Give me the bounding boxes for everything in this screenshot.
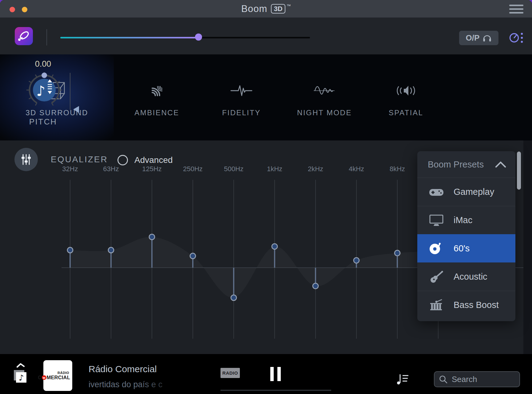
ambience-icon bbox=[114, 78, 200, 103]
presets-scrollbar-thumb[interactable] bbox=[517, 152, 521, 190]
presets-header[interactable]: Boom Presets bbox=[417, 151, 515, 178]
trademark-symbol: ™ bbox=[287, 3, 291, 8]
tab-label: NIGHT MODE bbox=[283, 108, 366, 117]
pitch-value: 0.00 bbox=[0, 59, 86, 69]
eq-band-handle-500Hz[interactable] bbox=[231, 295, 236, 301]
tab-label: AMBIENCE bbox=[114, 108, 200, 117]
effects-tab-bar: 3D SURROUND AMBIENCEFIDELITY NIGHT MODE … bbox=[0, 54, 532, 140]
album-art-line2: CMERCIAL bbox=[38, 375, 70, 380]
preset-label: Acoustic bbox=[454, 272, 487, 282]
advanced-radio[interactable] bbox=[117, 155, 128, 165]
now-playing-title: Rádio Comercial bbox=[89, 364, 157, 374]
subtitle-fade-overlay bbox=[138, 378, 203, 392]
drum-icon bbox=[428, 299, 444, 311]
player-bar: ♪ RÁDIO CMERCIAL Rádio Comercial ivertid… bbox=[0, 354, 532, 394]
app-title-text: Boom bbox=[241, 3, 267, 14]
tab-label: FIDELITY bbox=[200, 108, 283, 117]
eq-band-handle-32Hz[interactable] bbox=[67, 247, 73, 253]
preset-item-60-s[interactable]: 60's bbox=[417, 234, 515, 262]
equalizer-title: EQUALIZER bbox=[51, 155, 108, 164]
eq-band-label-63Hz: 63Hz bbox=[94, 165, 128, 173]
volume-row: O/P bbox=[0, 18, 532, 54]
boom-logo-icon bbox=[15, 27, 33, 45]
search-icon bbox=[439, 375, 447, 384]
pitch-label: PITCH bbox=[0, 117, 86, 127]
chevron-up-icon[interactable] bbox=[495, 161, 506, 168]
preset-label: Gameplay bbox=[454, 187, 494, 197]
eq-band-handle-250Hz[interactable] bbox=[190, 253, 196, 259]
window-edge-strip bbox=[523, 140, 532, 354]
tab-ambience[interactable]: AMBIENCE bbox=[114, 54, 200, 140]
preset-label: iMac bbox=[454, 215, 472, 225]
output-device-button[interactable]: O/P bbox=[459, 31, 498, 45]
boom3d-window: Boom 3D ™ O/P bbox=[0, 0, 532, 394]
fidelity-icon bbox=[200, 78, 283, 103]
album-art: RÁDIO CMERCIAL bbox=[43, 360, 72, 391]
volume-slider-fill bbox=[60, 37, 198, 38]
radio-badge: RADIO bbox=[220, 368, 240, 378]
album-art-line1: RÁDIO bbox=[58, 371, 69, 375]
spatial-icon bbox=[366, 78, 446, 103]
title-bar: Boom 3D ™ bbox=[0, 0, 532, 18]
eq-band-label-32Hz: 32Hz bbox=[53, 165, 87, 173]
preset-label: Bass Boost bbox=[454, 300, 499, 310]
eq-band-handle-125Hz[interactable] bbox=[149, 234, 155, 240]
preset-item-acoustic[interactable]: Acoustic bbox=[417, 262, 515, 291]
svg-text:♪: ♪ bbox=[36, 83, 45, 99]
search-input[interactable] bbox=[451, 374, 532, 384]
eq-band-label-500Hz: 500Hz bbox=[217, 165, 251, 173]
panel-collapse-arrow-icon[interactable] bbox=[73, 106, 79, 113]
output-device-label: O/P bbox=[466, 33, 480, 43]
queue-icon[interactable] bbox=[396, 372, 410, 387]
eq-band-handle-1kHz[interactable] bbox=[272, 244, 277, 249]
eq-band-label-2kHz: 2kHz bbox=[299, 165, 332, 173]
close-button[interactable] bbox=[10, 7, 15, 12]
divider bbox=[46, 29, 47, 45]
svg-text:♪: ♪ bbox=[19, 373, 24, 382]
guitar-icon bbox=[428, 270, 444, 284]
preset-item-imac[interactable]: iMac bbox=[417, 206, 515, 234]
imac-icon bbox=[428, 215, 444, 226]
tab-spatial[interactable]: SPATIAL bbox=[366, 54, 446, 140]
pitch-knob[interactable]: ♪ bbox=[24, 70, 64, 111]
vinyl-icon bbox=[428, 242, 444, 255]
eq-band-label-8kHz: 8kHz bbox=[380, 165, 414, 173]
search-field[interactable] bbox=[434, 371, 520, 387]
menu-icon[interactable] bbox=[509, 5, 523, 14]
equalizer-section: EQUALIZER Advanced 32Hz63Hz125Hz250Hz500… bbox=[0, 140, 532, 354]
eq-band-label-250Hz: 250Hz bbox=[176, 165, 210, 173]
gamepad-icon bbox=[428, 187, 444, 197]
eq-band-handle-8kHz[interactable] bbox=[395, 250, 400, 256]
headphones-icon bbox=[482, 34, 492, 42]
eq-band-label-125Hz: 125Hz bbox=[135, 165, 169, 173]
timer-icon[interactable] bbox=[507, 32, 525, 46]
app-title: Boom 3D ™ bbox=[241, 3, 291, 14]
eq-band-handle-4kHz[interactable] bbox=[354, 258, 359, 263]
eq-band-handle-2kHz[interactable] bbox=[313, 283, 318, 289]
pitch-knob-indicator bbox=[42, 73, 47, 78]
playback-progress-bar[interactable] bbox=[220, 390, 331, 391]
tab-fidelity[interactable]: FIDELITY bbox=[200, 54, 283, 140]
preset-item-gameplay[interactable]: Gameplay bbox=[417, 178, 515, 206]
advanced-label: Advanced bbox=[134, 155, 173, 165]
equalizer-sliders-icon[interactable] bbox=[14, 148, 38, 171]
divider bbox=[70, 73, 70, 110]
eq-band-label-1kHz: 1kHz bbox=[258, 165, 292, 173]
audio-source-icon[interactable]: ♪ bbox=[13, 363, 30, 388]
app-title-3d-badge: 3D bbox=[271, 4, 285, 14]
nightmode-icon bbox=[283, 78, 366, 103]
logo-red-dot bbox=[42, 375, 46, 380]
preset-label: 60's bbox=[454, 243, 470, 254]
eq-band-label-4kHz: 4kHz bbox=[339, 165, 373, 173]
pause-button[interactable] bbox=[270, 367, 281, 381]
preset-item-bass-boost[interactable]: Bass Boost bbox=[417, 291, 515, 319]
volume-slider-thumb[interactable] bbox=[195, 33, 202, 41]
tab-night-mode[interactable]: NIGHT MODE bbox=[283, 54, 366, 140]
boom-presets-panel: Boom Presets Gameplay iMac 60's Acoustic bbox=[417, 151, 515, 321]
tab-label: SPATIAL bbox=[366, 108, 446, 117]
eq-band-handle-63Hz[interactable] bbox=[108, 247, 114, 253]
presets-title: Boom Presets bbox=[428, 160, 484, 170]
minimize-button[interactable] bbox=[22, 7, 27, 12]
